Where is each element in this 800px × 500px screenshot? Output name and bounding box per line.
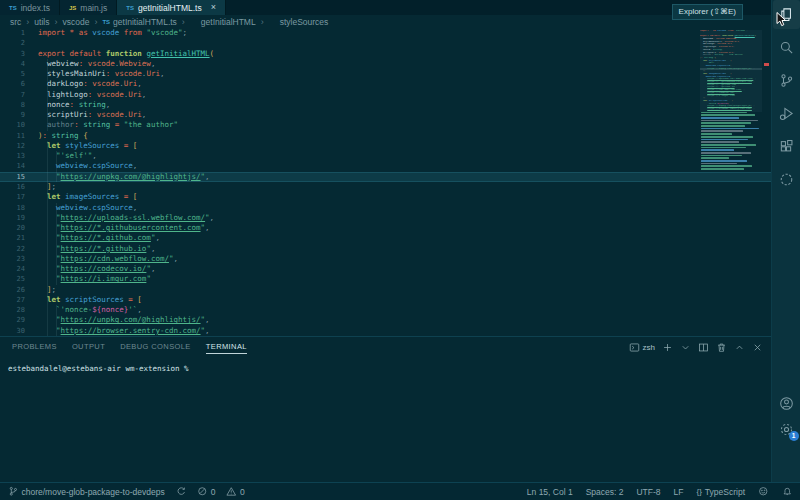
status-language-mode[interactable]: {}TypeScript: [697, 487, 746, 497]
new-terminal-button[interactable]: [662, 339, 673, 357]
terminal-profile-dropdown-button[interactable]: [680, 339, 691, 357]
explorer-tooltip: Explorer (⇧⌘E): [672, 4, 743, 20]
status-label: chore/move-glob-package-to-devdeps: [22, 487, 165, 497]
code-line[interactable]: 2: [0, 38, 771, 48]
line-number: 15: [0, 172, 25, 182]
activity-bar-source-control[interactable]: [773, 66, 800, 95]
plus-icon: [662, 342, 673, 353]
activity-bar-search[interactable]: [773, 33, 800, 62]
panel-tab-terminal[interactable]: TERMINAL: [206, 342, 247, 354]
chevron-right-icon: ›: [261, 17, 264, 27]
breadcrumb-item-utils[interactable]: utils: [34, 17, 49, 27]
chevron-right-icon: ›: [26, 17, 29, 27]
code-line[interactable]: 16 ];: [0, 182, 771, 192]
status-sync[interactable]: [176, 486, 187, 497]
minimap[interactable]: import * as vscode from "vscode";export …: [700, 30, 762, 336]
code-line[interactable]: 11): string {: [0, 131, 771, 141]
code-line[interactable]: 5 stylesMainUri: vscode.Uri,: [0, 69, 771, 79]
code-line[interactable]: 1import * as vscode from "vscode";: [0, 28, 771, 38]
status-git-branch[interactable]: chore/move-glob-package-to-devdeps: [8, 486, 165, 497]
close-icon: [752, 342, 763, 353]
code-text: `'nonce-${nonce}'`,: [25, 305, 142, 315]
line-number: 14: [0, 161, 25, 171]
split-terminal-button[interactable]: [698, 339, 709, 357]
breadcrumb-item-getInitialHTML.ts[interactable]: TSgetInitialHTML.ts: [102, 17, 176, 27]
code-line[interactable]: 3export default function getInitialHTML(: [0, 49, 771, 59]
code-line[interactable]: 19 "https://uploads-ssl.webflow.com/",: [0, 213, 771, 223]
panel-tab-problems[interactable]: PROBLEMS: [12, 342, 57, 353]
code-text: scriptUri: vscode.Uri,: [25, 110, 146, 120]
activity-bar-run-and-debug[interactable]: [773, 99, 800, 128]
breadcrumb-item-getInitialHTML[interactable]: getInitialHTML: [190, 17, 256, 27]
status-warnings[interactable]: 0: [226, 486, 244, 497]
status-label: Ln 15, Col 1: [527, 487, 573, 497]
code-line[interactable]: 21 "https://*.github.com",: [0, 233, 771, 243]
status-feedback[interactable]: [758, 486, 769, 497]
status-bar: chore/move-glob-package-to-devdeps00Ln 1…: [0, 482, 800, 500]
line-number: 9: [0, 110, 25, 120]
status-errors[interactable]: 0: [197, 486, 215, 497]
panel-tab-bar: PROBLEMSOUTPUTDEBUG CONSOLETERMINALzsh: [0, 337, 771, 355]
debug-icon: [779, 106, 794, 121]
minimap-viewport[interactable]: [700, 30, 762, 112]
tab-close-icon[interactable]: ×: [211, 3, 216, 12]
status-notifications[interactable]: [782, 486, 793, 497]
activity-bar-copilot[interactable]: [773, 165, 800, 194]
code-line[interactable]: 12 let styleSources = [: [0, 141, 771, 151]
code-line[interactable]: 4 webview: vscode.Webview,: [0, 59, 771, 69]
maximize-panel-button[interactable]: [734, 339, 745, 357]
status-encoding[interactable]: UTF-8: [636, 487, 660, 497]
tab-getInitialHTML.ts[interactable]: TSgetInitialHTML.ts×: [117, 0, 226, 15]
code-line[interactable]: 25 "https://i.imgur.com": [0, 274, 771, 284]
code-line[interactable]: 20 "https://*.githubusercontent.com",: [0, 223, 771, 233]
terminal-shell-picker[interactable]: zsh: [629, 342, 655, 353]
tab-index.ts[interactable]: TSindex.ts: [0, 0, 60, 15]
code-line[interactable]: 22 "https://*.github.io",: [0, 244, 771, 254]
breadcrumb-item-src[interactable]: src: [10, 17, 21, 27]
source-control-icon: [779, 73, 794, 88]
status-indentation[interactable]: Spaces: 2: [586, 487, 624, 497]
editor-column: TSindex.tsJSmain.jsTSgetInitialHTML.ts× …: [0, 0, 771, 482]
activity-bar-extensions[interactable]: [773, 132, 800, 161]
code-line[interactable]: 18 webview.cspSource,: [0, 203, 771, 213]
breadcrumb-item-styleSources[interactable]: styleSources: [269, 17, 329, 27]
code-text: ];: [25, 285, 56, 295]
code-text: let imageSources = [: [25, 192, 137, 202]
branch-icon: [8, 486, 19, 497]
code-line[interactable]: 14 webview.cspSource,: [0, 161, 771, 171]
code-line[interactable]: 13 "'self'",: [0, 151, 771, 161]
code-line[interactable]: 15 "https://unpkg.com/@highlightjs/",: [0, 172, 771, 182]
line-number: 6: [0, 79, 25, 89]
mouse-cursor: [776, 12, 787, 31]
code-line[interactable]: 28 `'nonce-${nonce}'`,: [0, 305, 771, 315]
code-line[interactable]: 24 "https://codecov.io/",: [0, 264, 771, 274]
panel-tab-debug-console[interactable]: DEBUG CONSOLE: [120, 342, 191, 353]
breadcrumb-item-vscode[interactable]: vscode: [62, 17, 89, 27]
status-eol[interactable]: LF: [674, 487, 684, 497]
activity-bar-settings[interactable]: 1: [773, 416, 800, 442]
close-panel-button[interactable]: [752, 339, 763, 357]
status-label: TypeScript: [705, 487, 745, 497]
kill-terminal-button[interactable]: [716, 339, 727, 357]
tab-main.js[interactable]: JSmain.js: [60, 0, 117, 15]
code-line[interactable]: 6 darkLogo: vscode.Uri,: [0, 79, 771, 89]
status-cursor-position[interactable]: Ln 15, Col 1: [527, 487, 573, 497]
code-line[interactable]: 26 ];: [0, 285, 771, 295]
code-editor[interactable]: 1import * as vscode from "vscode";23expo…: [0, 28, 771, 336]
terminal-content[interactable]: estebandalel@estebans-air wm-extension %: [0, 355, 771, 373]
code-line[interactable]: 10 author: string = "the author": [0, 120, 771, 130]
breadcrumb-label: getInitialHTML: [201, 17, 256, 27]
code-line[interactable]: 30 "https://browser.sentry-cdn.com/",: [0, 326, 771, 336]
code-line[interactable]: 27 let scriptSources = [: [0, 295, 771, 305]
code-line[interactable]: 29 "https://unpkg.com/@highlightjs/",: [0, 315, 771, 325]
split-icon: [698, 342, 709, 353]
activity-bar-account[interactable]: [773, 390, 800, 416]
code-line[interactable]: 9 scriptUri: vscode.Uri,: [0, 110, 771, 120]
code-line[interactable]: 7 lightLogo: vscode.Uri,: [0, 90, 771, 100]
code-text: "https://unpkg.com/@highlightjs/",: [25, 315, 210, 325]
panel-tab-output[interactable]: OUTPUT: [72, 342, 105, 353]
code-line[interactable]: 17 let imageSources = [: [0, 192, 771, 202]
code-line[interactable]: 8 nonce: string,: [0, 100, 771, 110]
sync-icon: [176, 486, 187, 497]
code-line[interactable]: 23 "https://cdn.webflow.com/",: [0, 254, 771, 264]
